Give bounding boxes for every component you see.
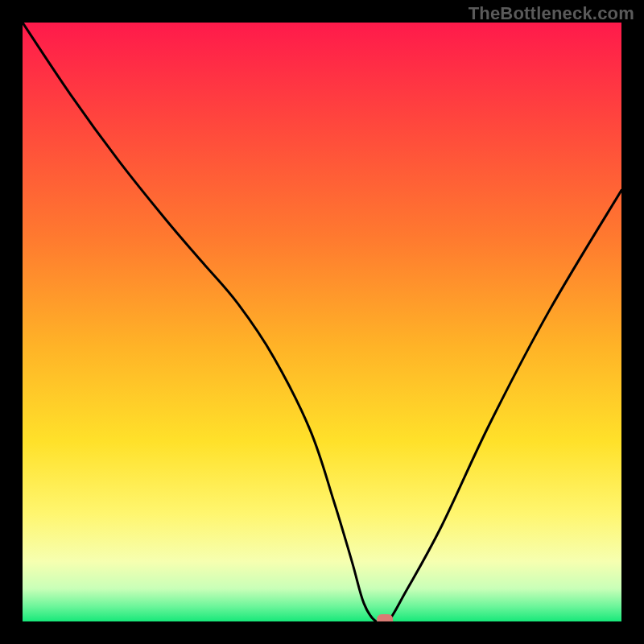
- gradient-background: [23, 23, 621, 621]
- chart-frame: TheBottleneck.com: [0, 0, 644, 644]
- bottleneck-chart: [23, 23, 621, 621]
- plot-area: [23, 23, 621, 621]
- watermark-text: TheBottleneck.com: [469, 3, 634, 24]
- optimal-marker: [377, 614, 393, 621]
